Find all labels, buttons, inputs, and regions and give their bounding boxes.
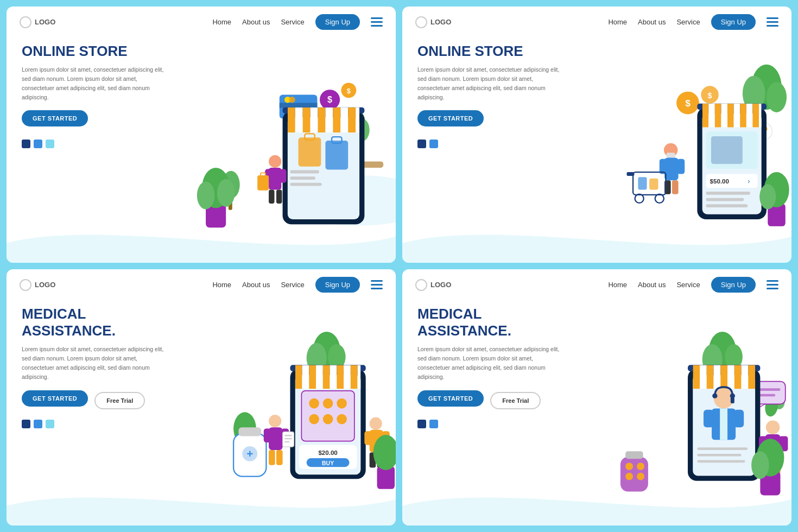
svg-point-128	[309, 414, 319, 425]
svg-rect-28	[318, 107, 325, 132]
content-area-1: ONLINE STORE Lorem ipsum dolor sit amet,…	[7, 37, 396, 263]
svg-rect-74	[746, 104, 752, 128]
card-3: LOGO Home About us Service Sign Up MEDIC…	[7, 269, 396, 525]
svg-rect-120	[337, 365, 344, 389]
svg-rect-97	[649, 179, 658, 190]
nav-service-2[interactable]: Service	[676, 18, 700, 26]
svg-point-190	[637, 463, 644, 470]
card-4: LOGO Home About us Service Sign Up MEDIC…	[402, 269, 791, 525]
svg-rect-115	[302, 365, 309, 389]
free-trial-btn-4[interactable]: Free Trial	[490, 392, 541, 409]
svg-rect-20	[288, 117, 359, 219]
svg-point-14	[289, 97, 295, 103]
svg-rect-96	[638, 177, 647, 189]
page-desc-4: Lorem ipsum dolor sit amet, consectetuer…	[417, 345, 562, 381]
svg-point-55	[767, 82, 787, 112]
get-started-btn-3[interactable]: GET STARTED	[22, 390, 88, 407]
logo-text-4: LOGO	[430, 281, 451, 289]
svg-rect-89	[677, 159, 685, 174]
navbar-3: LOGO Home About us Service Sign Up	[7, 269, 396, 300]
svg-point-145	[369, 417, 382, 430]
content-area-4: MEDICAL ASSISTANCE. Lorem ipsum dolor si…	[402, 300, 791, 525]
svg-rect-171	[727, 365, 734, 389]
svg-rect-167	[700, 365, 707, 389]
svg-point-94	[635, 194, 643, 203]
svg-rect-160	[757, 388, 780, 391]
svg-rect-188	[625, 451, 643, 459]
svg-rect-67	[702, 104, 708, 128]
svg-rect-168	[706, 365, 713, 389]
logo-area-2: LOGO	[415, 16, 451, 28]
svg-rect-75	[752, 104, 759, 128]
svg-rect-142	[284, 435, 292, 436]
nav-signup-4[interactable]: Sign Up	[711, 277, 756, 293]
svg-rect-137	[263, 428, 271, 442]
svg-rect-12	[279, 103, 317, 108]
hamburger-3[interactable]	[371, 280, 383, 289]
svg-point-100	[759, 184, 776, 209]
svg-point-192	[637, 473, 644, 480]
svg-rect-38	[290, 170, 319, 174]
logo-circle-2	[415, 16, 427, 28]
nav-signup-2[interactable]: Sign Up	[711, 14, 756, 30]
illus-svg-4	[578, 300, 791, 525]
svg-text:$20.00: $20.00	[318, 449, 337, 456]
page-title-4: MEDICAL ASSISTANCE.	[417, 306, 562, 339]
svg-point-130	[337, 414, 347, 425]
nav-about-4[interactable]: About us	[638, 281, 666, 289]
nav-signup-1[interactable]: Sign Up	[315, 14, 360, 30]
free-trial-btn-3[interactable]: Free Trial	[94, 392, 145, 409]
page-title-3: MEDICAL ASSISTANCE.	[22, 306, 167, 339]
nav-signup-3[interactable]: Sign Up	[315, 277, 360, 293]
get-started-btn-4[interactable]: GET STARTED	[417, 390, 484, 407]
hamburger-4[interactable]	[767, 280, 778, 289]
svg-text:$50.00: $50.00	[710, 178, 729, 185]
text-section-4: MEDICAL ASSISTANCE. Lorem ipsum dolor si…	[402, 300, 578, 525]
btn-row-4: GET STARTED Free Trial	[417, 390, 562, 411]
hamburger-1[interactable]	[371, 17, 383, 27]
svg-rect-93	[626, 172, 634, 176]
svg-rect-91	[672, 180, 679, 194]
svg-text:›: ›	[748, 177, 750, 185]
svg-point-189	[625, 463, 633, 470]
svg-rect-36	[325, 141, 348, 169]
nav-service-3[interactable]: Service	[281, 281, 304, 289]
svg-rect-31	[340, 107, 348, 132]
nav-about-1[interactable]: About us	[242, 18, 270, 26]
logo-circle-1	[20, 16, 31, 28]
svg-rect-30	[333, 107, 340, 132]
hamburger-2[interactable]	[767, 17, 778, 27]
page-desc-2: Lorem ipsum dolor sit amet, consectetuer…	[417, 65, 562, 102]
svg-rect-29	[325, 107, 333, 132]
svg-rect-92	[633, 172, 666, 195]
svg-rect-118	[322, 365, 330, 389]
svg-point-51	[197, 181, 214, 209]
nav-home-4[interactable]: Home	[608, 281, 627, 289]
svg-rect-40	[290, 183, 321, 186]
get-started-btn-2[interactable]: GET STARTED	[417, 110, 484, 126]
nav-about-3[interactable]: About us	[242, 281, 270, 289]
svg-rect-143	[284, 438, 292, 439]
dots-row-4	[417, 420, 562, 428]
text-section-3: MEDICAL ASSISTANCE. Lorem ipsum dolor si…	[7, 300, 182, 525]
svg-rect-70	[721, 104, 727, 128]
svg-rect-72	[733, 104, 740, 128]
nav-home-1[interactable]: Home	[212, 18, 231, 26]
svg-rect-24	[288, 107, 295, 132]
nav-home-2[interactable]: Home	[608, 18, 627, 26]
dot-2-2	[429, 140, 438, 148]
nav-home-3[interactable]: Home	[212, 281, 231, 289]
logo-area-1: LOGO	[20, 16, 55, 28]
nav-service-1[interactable]: Service	[281, 18, 304, 26]
logo-text-3: LOGO	[35, 281, 55, 289]
svg-rect-170	[720, 365, 727, 389]
get-started-btn-1[interactable]: GET STARTED	[22, 110, 88, 126]
dot-3-1	[22, 420, 30, 428]
svg-rect-26	[302, 107, 310, 132]
navbar-1: LOGO Home About us Service Sign Up	[7, 7, 396, 37]
nav-service-4[interactable]: Service	[676, 281, 700, 289]
svg-rect-181	[720, 408, 727, 440]
svg-rect-116	[309, 365, 316, 389]
nav-about-2[interactable]: About us	[638, 18, 666, 26]
svg-rect-34	[298, 137, 321, 166]
